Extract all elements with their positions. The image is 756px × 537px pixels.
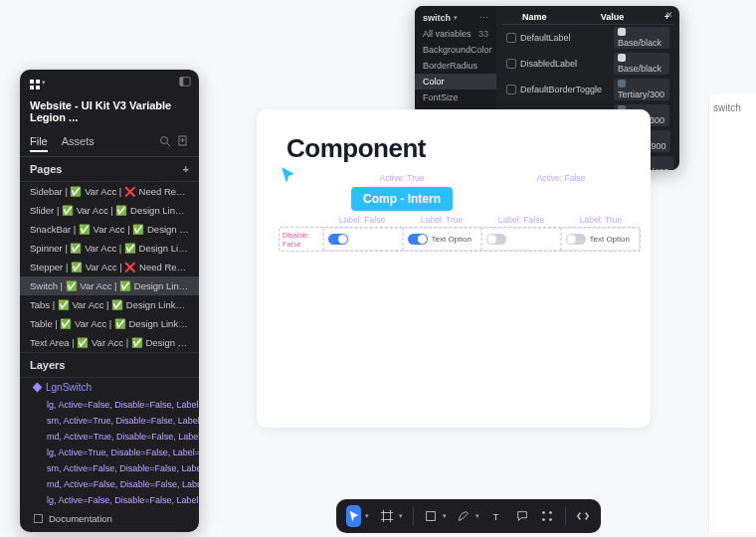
- bottom-toolbar: ▾ ▾ ▾ ▾ T: [336, 499, 601, 533]
- svg-point-18: [550, 511, 553, 514]
- variable-group-row[interactable]: Color: [415, 74, 496, 90]
- svg-rect-0: [30, 80, 34, 84]
- col-name: Name: [522, 12, 601, 22]
- svg-rect-2: [30, 86, 34, 90]
- left-panel: ▾ Website - UI Kit V3 Variable Legion ..…: [20, 70, 199, 532]
- variable-row[interactable]: DisabledLabel Base/black: [502, 51, 673, 77]
- file-title: Website - UI Kit V3 Variable Legion ...: [20, 95, 199, 131]
- layer-row[interactable]: lg, Active=False, Disable=False, Label=.…: [20, 492, 199, 508]
- col-active-false: Active: False: [481, 171, 641, 185]
- layer-row[interactable]: sm, Active=True, Disable=False, Label=T.…: [20, 413, 199, 429]
- svg-line-7: [167, 143, 170, 146]
- variable-group-row[interactable]: All variables33: [415, 26, 496, 42]
- page-row[interactable]: Text Area | ✅ Var Acc | ✅ Design Linked …: [20, 333, 199, 352]
- col-value: Value: [601, 12, 664, 22]
- move-tool[interactable]: [346, 505, 361, 527]
- svg-point-6: [161, 137, 168, 144]
- layer-row[interactable]: md, Active=True, Disable=False, Label=F.…: [20, 429, 199, 445]
- page-row[interactable]: Tabs | ✅ Var Acc | ✅ Design Linked -: [20, 295, 199, 314]
- svg-point-17: [543, 511, 546, 514]
- search-input[interactable]: [713, 100, 752, 115]
- shape-tool[interactable]: [423, 505, 438, 527]
- variable-row[interactable]: DefaultLabel Base/black: [502, 25, 673, 51]
- page-row[interactable]: Stepper | ✅ Var Acc | ❌ Need Review (Don…: [20, 258, 199, 276]
- page-row[interactable]: SnackBar | ✅ Var Acc | ✅ Design Linked -: [20, 220, 199, 239]
- color-type-icon: [506, 59, 516, 69]
- component-icon: [33, 383, 43, 393]
- search-icon[interactable]: [159, 135, 171, 147]
- documentation-row[interactable]: Documentation: [20, 508, 199, 529]
- switch-toggle: [486, 234, 506, 245]
- variant-icon: [40, 403, 45, 408]
- close-icon[interactable]: ✕: [665, 10, 673, 20]
- svg-rect-15: [427, 512, 436, 521]
- component-row[interactable]: LgnSwitch: [20, 378, 199, 397]
- design-canvas[interactable]: Component Comp - Intern Active: True Act…: [257, 109, 651, 428]
- right-panel: [708, 94, 756, 532]
- variant-icon: [40, 450, 45, 455]
- variable-row[interactable]: DefaultBorderToggle Tertiary/300: [502, 77, 673, 102]
- add-page-icon[interactable]: [177, 135, 189, 147]
- layer-row[interactable]: md, Active=False, Disable=False, Label=.…: [20, 476, 199, 492]
- variable-group-row[interactable]: FontSize: [415, 90, 496, 105]
- layer-row[interactable]: lg, Active=True, Disable=False, Label=T.…: [20, 445, 199, 460]
- color-type-icon: [506, 33, 516, 43]
- pages-section-header[interactable]: Pages +: [20, 157, 199, 182]
- text-tool[interactable]: T: [489, 505, 504, 527]
- layer-row[interactable]: lg, Active=False, Disable=False, Label=.…: [20, 397, 199, 413]
- svg-point-19: [543, 518, 546, 521]
- panel-toggle-icon[interactable]: [179, 76, 191, 90]
- switch-variant-cell[interactable]: [481, 228, 561, 251]
- tab-file[interactable]: File: [30, 135, 48, 152]
- collection-title[interactable]: switch: [423, 13, 451, 23]
- svg-rect-1: [36, 80, 40, 84]
- col-active-true: Active: True: [322, 171, 481, 185]
- switch-toggle: [328, 234, 348, 245]
- page-row[interactable]: Table | ✅ Var Acc | ✅ Design Linked -: [20, 314, 199, 333]
- svg-rect-5: [180, 78, 183, 87]
- svg-rect-4: [180, 78, 190, 87]
- page-row[interactable]: Switch | ✅ Var Acc | ✅ Design Linked -: [20, 276, 199, 295]
- svg-rect-8: [179, 136, 186, 145]
- add-page-button[interactable]: +: [183, 163, 189, 175]
- row-label: Disable: False: [280, 228, 323, 251]
- switch-toggle: [566, 234, 586, 245]
- variant-icon: [40, 466, 45, 471]
- figma-menu-icon[interactable]: [28, 78, 42, 88]
- layer-row[interactable]: sm, Active=False, Disable=False, Label=.…: [20, 460, 199, 476]
- pen-tool[interactable]: [457, 505, 472, 527]
- svg-rect-3: [36, 86, 40, 90]
- switch-toggle: [408, 234, 428, 245]
- switch-variant-cell[interactable]: Text Option: [561, 228, 641, 251]
- page-row[interactable]: Sidebar | ✅ Var Acc | ❌ Need Review (Don…: [20, 182, 199, 201]
- switch-variant-cell[interactable]: Text Option: [403, 228, 482, 251]
- dev-mode-tool[interactable]: [576, 505, 591, 527]
- variant-icon: [40, 419, 45, 424]
- variant-icon: [40, 498, 45, 503]
- chevron-down-icon[interactable]: ▾: [42, 79, 46, 87]
- variant-icon: [40, 482, 45, 487]
- variable-group-row[interactable]: BorderRadius: [415, 58, 496, 74]
- kebab-icon[interactable]: ⋯: [479, 13, 488, 23]
- page-title: Component: [286, 133, 426, 164]
- doc-icon: [34, 514, 43, 523]
- layers-header: Layers: [20, 352, 199, 378]
- switch-variant-cell[interactable]: [323, 228, 403, 251]
- page-row[interactable]: Spinner | ✅ Var Acc | ✅ Design Linked -: [20, 239, 199, 258]
- page-row[interactable]: Slider | ✅ Var Acc | ✅ Design Linked-: [20, 201, 199, 220]
- chevron-down-icon[interactable]: ▾: [454, 14, 458, 22]
- variable-group-row[interactable]: BackgroundColor: [415, 42, 496, 58]
- variant-icon: [40, 435, 45, 440]
- svg-text:T: T: [493, 510, 499, 521]
- actions-tool[interactable]: [540, 505, 555, 527]
- frame-tool[interactable]: [379, 505, 394, 527]
- svg-point-20: [550, 518, 553, 521]
- color-type-icon: [506, 85, 516, 94]
- comment-tool[interactable]: [514, 505, 529, 527]
- tab-assets[interactable]: Assets: [62, 135, 94, 152]
